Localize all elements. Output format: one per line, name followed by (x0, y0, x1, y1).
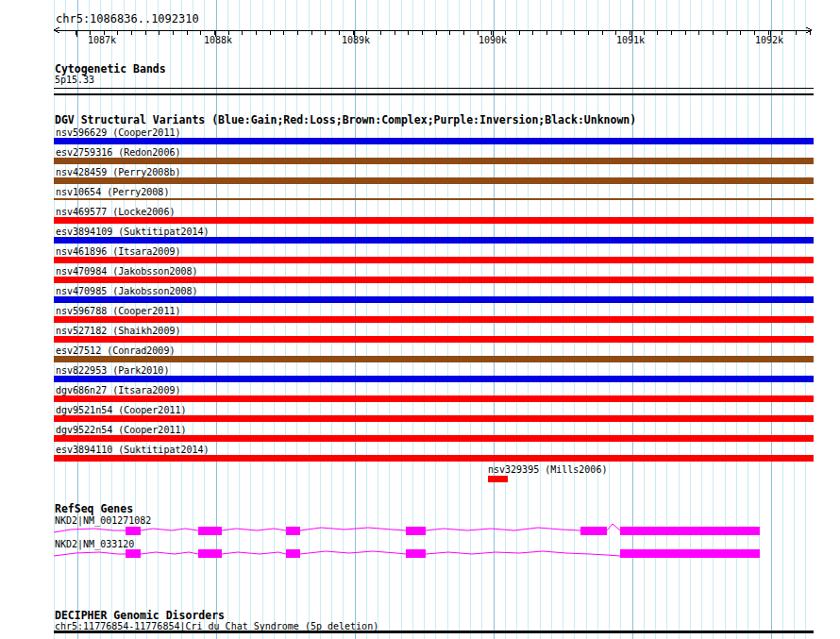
variant-label: dgv9521n54 (Cooper2011) (56, 405, 186, 415)
transcript-exon[interactable] (286, 549, 300, 558)
variant-label: nsv596629 (Cooper2011) (56, 127, 180, 138)
transcript-exon[interactable] (198, 527, 222, 535)
transcript-exon[interactable] (620, 527, 760, 535)
transcript-exon[interactable] (580, 527, 607, 535)
variant-bar[interactable] (54, 138, 814, 144)
variant-bar[interactable] (54, 217, 814, 224)
variant-label: nsv329395 (Mills2006) (488, 464, 607, 475)
variant-bar[interactable] (488, 476, 508, 482)
transcript-exon[interactable] (620, 549, 760, 558)
transcript-exon[interactable] (126, 549, 141, 558)
variant-bar[interactable] (54, 296, 814, 303)
ruler-tick-label: 1087k (88, 35, 116, 45)
variant-bar[interactable] (54, 177, 814, 184)
variant-label: esv3894110 (Suktitipat2014) (56, 445, 210, 455)
transcript-label: NKD2|NM_033120 (55, 539, 134, 549)
cytogenetic-band-bar (54, 88, 814, 89)
cytogenetic-section-title: Cytogenetic Bands (55, 63, 166, 75)
variant-label: nsv822953 (Park2010) (56, 365, 169, 376)
variant-bar[interactable] (54, 336, 814, 343)
transcript-exon[interactable] (198, 549, 222, 558)
variant-label: esv2759316 (Redon2006) (56, 147, 180, 158)
variant-bar[interactable] (54, 395, 814, 402)
region-label: chr5:1086836..1092310 (56, 13, 199, 25)
variant-bar[interactable] (54, 356, 814, 362)
section-divider-line (54, 93, 814, 95)
genome-browser-view: chr5:1086836..1092310 1087k1088k1089k109… (0, 0, 840, 639)
transcript-exon[interactable] (406, 527, 426, 535)
variant-label: esv27512 (Conrad2009) (56, 345, 175, 356)
variant-bar[interactable] (54, 455, 814, 462)
transcript-exon[interactable] (286, 527, 300, 535)
variant-bar[interactable] (54, 237, 814, 244)
ruler-tick-label: 1092k (755, 35, 783, 45)
variant-label: nsv461896 (Itsara2009) (56, 246, 180, 257)
variant-label: esv3894109 (Suktitipat2014) (56, 227, 210, 237)
variant-bar[interactable] (54, 316, 814, 323)
transcript-label: NKD2|NM_001271082 (55, 515, 151, 526)
dgv-section-title: DGV Structural Variants (Blue:Gain;Red:L… (55, 114, 636, 126)
variant-bar[interactable] (54, 435, 814, 442)
variant-bar[interactable] (54, 198, 814, 200)
decipher-feature-bar[interactable] (54, 631, 814, 633)
variant-label: nsv596788 (Cooper2011) (56, 306, 180, 316)
variant-label: dgv9522n54 (Cooper2011) (56, 425, 186, 435)
variant-bar[interactable] (54, 277, 814, 283)
variant-label: nsv470985 (Jakobsson2008) (56, 286, 198, 296)
variant-label: nsv527182 (Shaikh2009) (56, 326, 180, 336)
variant-bar[interactable] (54, 257, 814, 263)
variant-label: nsv469577 (Locke2006) (56, 207, 175, 217)
variant-bar[interactable] (54, 415, 814, 422)
transcript-exon[interactable] (126, 527, 141, 535)
refseq-section-title: RefSeq Genes (55, 503, 133, 514)
variant-label: nsv428459 (Perry2008b) (56, 167, 180, 177)
ruler-tick-label: 1091k (616, 35, 645, 45)
transcript-exon[interactable] (406, 549, 426, 558)
variant-label: dgv686n27 (Itsara2009) (56, 385, 180, 395)
ruler-tick-label: 1088k (204, 35, 232, 45)
ruler-tick-label: 1089k (342, 35, 370, 45)
variant-bar[interactable] (54, 158, 814, 164)
cytogenetic-band-label: 5p15.33 (55, 75, 94, 85)
decipher-section-title: DECIPHER Genomic Disorders (55, 610, 225, 621)
variant-label: nsv10654 (Perry2008) (56, 187, 169, 197)
ruler-tick-label: 1090k (479, 35, 507, 45)
variant-label: nsv470984 (Jakobsson2008) (56, 266, 198, 277)
variant-bar[interactable] (54, 376, 814, 382)
